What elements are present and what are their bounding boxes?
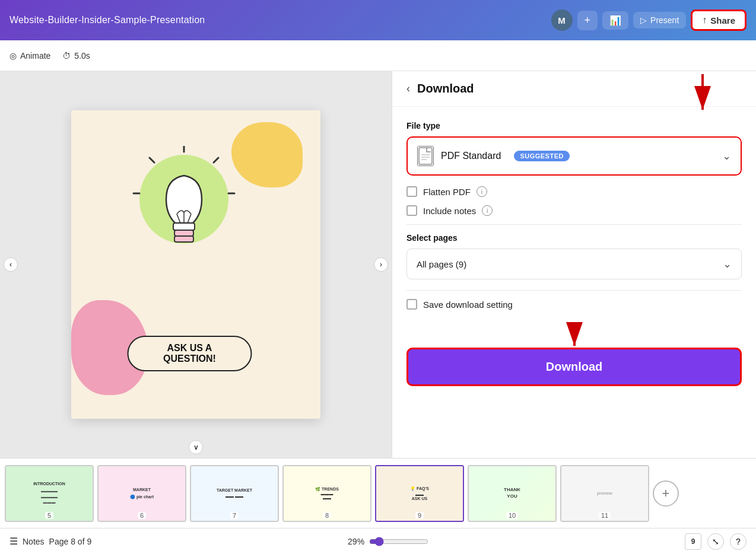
help-icon: ? [736, 537, 741, 546]
scroll-left-button[interactable]: ‹ [4, 257, 18, 272]
download-button[interactable]: Download [406, 348, 742, 386]
file-type-label: File type [406, 121, 742, 130]
filmstrip-slide-9[interactable]: 💡 FAQ'S ▬▬ASK US 9 [375, 465, 464, 522]
status-left: ☰ Notes Page 8 of 9 [9, 536, 91, 547]
slide-8-number: 8 [323, 512, 331, 519]
panel-body: File type PDF Standard SUGGESTED [392, 107, 756, 458]
slide-6-number: 6 [138, 512, 146, 519]
filmstrip-slide-11[interactable]: preview 11 [560, 465, 649, 522]
header-controls: M + 📊 ▷ Present ↑ Share [551, 9, 747, 31]
duration-label: 5.0s [74, 51, 90, 61]
back-icon: ‹ [406, 82, 410, 95]
scroll-bottom-button[interactable]: ∨ [189, 440, 203, 454]
flatten-pdf-label: Flatten PDF [423, 187, 471, 197]
header-title: Website-Builder-Insider-Sample-Presentat… [9, 15, 205, 26]
page-info: Page 8 of 9 [49, 537, 92, 546]
slide-5-number: 5 [45, 512, 53, 519]
filmstrip: INTRODUCTION ▬▬▬▬▬▬▬▬▬▬▬ 5 MARKET 🔵 pie … [0, 458, 756, 528]
main-area: ASK US A QUESTION! ‹ › ∨ ‹ Download [0, 71, 756, 458]
flatten-pdf-row: Flatten PDF i [406, 186, 742, 197]
present-button[interactable]: ▷ Present [633, 12, 686, 28]
sub-toolbar: ◎ Animate ⏱ 5.0s [0, 40, 756, 71]
help-button[interactable]: ? [730, 533, 747, 550]
svg-line-2 [214, 158, 218, 163]
select-pages-dropdown[interactable]: All pages (9) ⌄ [406, 249, 742, 279]
flatten-pdf-checkbox[interactable] [406, 186, 417, 197]
panel-header: ‹ Download [392, 71, 756, 107]
share-label: Share [710, 15, 735, 26]
notes-icon: ☰ [9, 536, 18, 547]
analytics-button[interactable]: 📊 [602, 11, 628, 30]
include-notes-info-icon[interactable]: i [482, 205, 493, 216]
panel-back-button[interactable]: ‹ [406, 82, 410, 95]
all-pages-label: All pages (9) [417, 259, 466, 269]
analytics-icon: 📊 [609, 15, 621, 26]
ask-question-text: ASK US A QUESTION! [163, 343, 216, 364]
scroll-right-button[interactable]: › [374, 257, 388, 272]
svg-rect-6 [173, 223, 195, 230]
slide-10-number: 10 [506, 512, 518, 519]
save-setting-checkbox[interactable] [406, 299, 417, 310]
animate-icon: ◎ [9, 51, 17, 61]
save-setting-label: Save download setting [423, 300, 513, 310]
duration-button[interactable]: ⏱ 5.0s [62, 51, 90, 61]
slide-7-number: 7 [230, 512, 239, 519]
download-panel: ‹ Download File type [392, 71, 756, 458]
filmstrip-slide-10[interactable]: THANKYOU 10 [468, 465, 557, 522]
present-label: Present [650, 15, 679, 25]
svg-rect-7 [174, 230, 193, 236]
page-count-box: 9 [685, 533, 701, 550]
fullscreen-icon: ⤡ [712, 537, 719, 546]
divider-1 [406, 224, 742, 225]
lightbulb-illustration [131, 146, 249, 294]
slide-9-number: 9 [415, 512, 424, 519]
include-notes-row: Include notes i [406, 205, 742, 216]
filmstrip-slide-8[interactable]: 🌿 TRENDS ▬▬▬▬▬ 8 [282, 465, 371, 522]
filmstrip-slide-6[interactable]: MARKET 🔵 pie chart 6 [97, 465, 186, 522]
status-right: 9 ⤡ ? [685, 533, 747, 550]
animate-label: Animate [20, 51, 50, 61]
panel-title: Download [417, 82, 474, 95]
zoom-percent: 29% [348, 537, 364, 546]
add-button[interactable]: + [577, 11, 598, 30]
canvas-slide: ASK US A QUESTION! [71, 110, 320, 419]
filmstrip-slide-5[interactable]: INTRODUCTION ▬▬▬▬▬▬▬▬▬▬▬ 5 [5, 465, 94, 522]
slide-11-number: 11 [599, 512, 611, 519]
status-center: 29% [348, 537, 428, 546]
avatar[interactable]: M [551, 9, 573, 31]
share-icon: ↑ [702, 15, 707, 26]
save-download-setting-row: Save download setting [406, 299, 742, 310]
clock-icon: ⏱ [62, 51, 71, 61]
file-type-name: PDF Standard [441, 151, 501, 161]
plus-icon: + [585, 14, 591, 27]
zoom-slider[interactable] [369, 537, 428, 546]
svg-rect-8 [174, 236, 193, 242]
canvas-area[interactable]: ASK US A QUESTION! ‹ › ∨ [0, 71, 392, 458]
notes-label[interactable]: Notes [23, 537, 45, 546]
svg-line-4 [150, 158, 154, 163]
chevron-down-icon: ⌄ [722, 149, 731, 163]
svg-rect-14 [419, 148, 432, 164]
select-pages-chevron-icon: ⌄ [723, 257, 732, 270]
pdf-icon [417, 146, 434, 166]
download-button-label: Download [546, 360, 603, 373]
file-type-selector[interactable]: PDF Standard SUGGESTED ⌄ [406, 136, 742, 176]
fullscreen-button[interactable]: ⤡ [707, 533, 724, 550]
divider-2 [406, 290, 742, 291]
suggested-badge: SUGGESTED [514, 151, 570, 161]
select-pages-label: Select pages [406, 233, 742, 243]
status-bar: ☰ Notes Page 8 of 9 29% 9 ⤡ ? [0, 528, 756, 554]
filmstrip-slide-7[interactable]: TARGET MARKET ▬▬ ▬▬ 7 [190, 465, 279, 522]
animate-button[interactable]: ◎ Animate [9, 51, 50, 61]
add-slide-button[interactable]: + [653, 480, 679, 507]
present-icon: ▷ [640, 15, 647, 25]
share-button[interactable]: ↑ Share [691, 9, 747, 31]
file-type-left: PDF Standard SUGGESTED [417, 146, 570, 166]
include-notes-label: Include notes [423, 206, 476, 216]
include-notes-checkbox[interactable] [406, 205, 417, 216]
ask-question-box: ASK US A QUESTION! [128, 336, 252, 371]
flatten-pdf-info-icon[interactable]: i [477, 186, 487, 197]
header: Website-Builder-Insider-Sample-Presentat… [0, 0, 756, 40]
